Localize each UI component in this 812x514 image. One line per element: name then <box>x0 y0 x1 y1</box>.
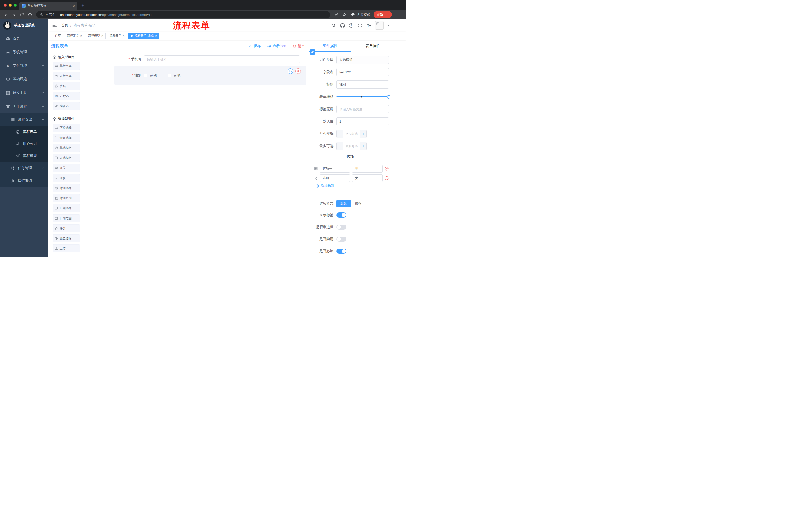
font-size-button[interactable]: TT <box>366 23 371 28</box>
sidebar-item-process-form[interactable]: 流程表单 <box>0 126 49 138</box>
clear-button[interactable]: 清空 <box>293 44 305 48</box>
browser-update-button[interactable]: 更新 ⋮ <box>374 11 392 18</box>
component-editor[interactable]: 编辑器 <box>53 102 80 110</box>
caret-down-icon[interactable] <box>387 25 390 26</box>
component-counter[interactable]: 123 计数器 <box>53 92 80 100</box>
password-key-button[interactable] <box>332 11 340 18</box>
increase-button[interactable]: + <box>360 130 366 138</box>
required-switch[interactable] <box>337 249 346 254</box>
phone-input[interactable] <box>144 55 300 63</box>
canvas-field-phone[interactable]: 手机号 <box>114 55 306 63</box>
save-button[interactable]: 保存 <box>248 44 261 48</box>
sidebar-item-process-management[interactable]: 流程管理 <box>0 113 49 126</box>
decrease-button[interactable]: − <box>337 130 343 138</box>
sidebar-item-task-management[interactable]: 任务管理 <box>0 162 49 174</box>
tag-home[interactable]: 首页 <box>53 33 63 39</box>
help-button[interactable]: ? <box>349 23 354 28</box>
window-minimize-button[interactable] <box>8 3 11 6</box>
tag-process-form-edit[interactable]: 流程表单-编辑 × <box>128 33 159 39</box>
max-checked-input[interactable] <box>343 142 360 150</box>
canvas-field-gender-selected[interactable]: 性别 选项一 选项二 <box>114 66 306 85</box>
tag-close-icon[interactable]: × <box>123 34 125 37</box>
style-button-button[interactable]: 按钮 <box>351 200 365 208</box>
component-cascader[interactable]: 级联选择 <box>53 134 80 142</box>
component-time-range[interactable]: 时间范围 <box>53 194 80 202</box>
style-default-button[interactable]: 默认 <box>337 200 351 208</box>
component-checkbox-group[interactable]: 多选框组 <box>53 154 80 162</box>
browser-menu-icon[interactable]: ⋮ <box>385 12 389 17</box>
component-link-badge[interactable] <box>310 49 315 55</box>
home-button[interactable] <box>26 11 34 18</box>
show-label-switch[interactable] <box>337 213 346 218</box>
component-upload[interactable]: 上传 <box>53 244 80 252</box>
grid-slider[interactable] <box>337 93 389 101</box>
option-value-input[interactable] <box>352 174 383 182</box>
border-switch[interactable] <box>337 224 346 229</box>
disabled-switch[interactable] <box>337 237 346 242</box>
component-switch[interactable]: 开关 <box>53 164 80 172</box>
sidebar-item-payment[interactable]: ¥ 支付管理 <box>0 59 49 73</box>
title-input[interactable] <box>337 80 389 88</box>
component-date-picker[interactable]: 日期选择 <box>53 204 80 212</box>
form-canvas[interactable]: 手机号 性别 选项一 <box>112 52 309 257</box>
bookmark-star-button[interactable] <box>341 11 348 18</box>
search-button[interactable] <box>331 23 336 28</box>
sidebar-item-process-model[interactable]: 流程模型 <box>0 150 49 162</box>
option-value-input[interactable] <box>352 165 383 172</box>
fullscreen-button[interactable] <box>357 23 362 28</box>
remove-option-button[interactable] <box>384 166 389 171</box>
address-bar[interactable]: 不安全 dashboard.yudao.iocoder.cn/bpm/manag… <box>36 11 330 18</box>
view-json-button[interactable]: 查看json <box>267 44 286 48</box>
sidebar-item-infrastructure[interactable]: 基础设施 <box>0 73 49 86</box>
increase-button[interactable]: + <box>360 142 366 150</box>
window-close-button[interactable] <box>3 3 6 6</box>
window-zoom-button[interactable] <box>13 3 17 6</box>
gender-option-2-checkbox[interactable]: 选项二 <box>168 73 184 78</box>
component-rate[interactable]: 评分 <box>53 224 80 232</box>
sidebar-item-devtools[interactable]: 研发工具 <box>0 86 49 100</box>
sidebar-logo[interactable]: 芋道管理系统 <box>0 19 49 32</box>
forward-button[interactable] <box>10 11 18 18</box>
tab-form-props[interactable]: 表单属性 <box>351 40 394 52</box>
add-option-button[interactable]: 添加选项 <box>315 184 389 188</box>
option-label-input[interactable] <box>320 174 350 182</box>
sidebar-item-system[interactable]: 系统管理 <box>0 45 49 59</box>
user-avatar[interactable] <box>375 21 384 30</box>
delete-widget-button[interactable] <box>295 69 301 74</box>
gender-option-1-checkbox[interactable]: 选项一 <box>144 73 160 78</box>
drag-handle-icon[interactable] <box>314 176 318 180</box>
component-radio-group[interactable]: 单选框组 <box>53 144 80 152</box>
tag-close-icon[interactable]: × <box>102 34 104 37</box>
decrease-button[interactable]: − <box>337 142 343 150</box>
component-single-line-text[interactable]: 单行文本 <box>53 62 80 70</box>
tag-process-definition[interactable]: 流程定义 × <box>64 33 84 39</box>
remove-option-button[interactable] <box>384 176 389 180</box>
min-checked-input[interactable] <box>343 130 360 138</box>
field-name-input[interactable] <box>337 68 389 76</box>
component-select[interactable]: 下拉选择 <box>53 124 80 132</box>
sidebar-item-leave-query[interactable]: 请假查询 <box>0 174 49 187</box>
github-button[interactable] <box>340 23 345 28</box>
component-time-picker[interactable]: 时间选择 <box>53 184 80 192</box>
drag-handle-icon[interactable] <box>314 167 318 171</box>
component-color-picker[interactable]: 颜色选择 <box>53 234 80 242</box>
option-label-input[interactable] <box>320 165 350 172</box>
tab-close-icon[interactable]: × <box>72 4 75 8</box>
component-multi-line-text[interactable]: 多行文本 <box>53 72 80 80</box>
tag-process-model[interactable]: 流程模型 × <box>86 33 106 39</box>
default-value-input[interactable] <box>337 117 389 126</box>
sidebar-item-home[interactable]: 首页 <box>0 32 49 45</box>
slider-handle[interactable] <box>387 95 390 99</box>
tab-component-props[interactable]: 组件属性 <box>309 40 351 52</box>
tag-process-form[interactable]: 流程表单 × <box>107 33 127 39</box>
component-slider[interactable]: 滑块 <box>53 174 80 182</box>
copy-widget-button[interactable] <box>288 69 293 74</box>
label-width-input[interactable] <box>337 105 389 113</box>
tag-close-icon[interactable]: × <box>155 34 157 37</box>
sidebar-item-workflow[interactable]: 工作流程 <box>0 100 49 113</box>
browser-tab[interactable]: 芋道管理系统 × <box>19 1 77 10</box>
breadcrumb-home[interactable]: 首页 <box>61 23 68 28</box>
back-button[interactable] <box>2 11 9 18</box>
reload-button[interactable] <box>18 11 26 18</box>
component-type-select[interactable]: 多选框组 <box>337 56 389 64</box>
